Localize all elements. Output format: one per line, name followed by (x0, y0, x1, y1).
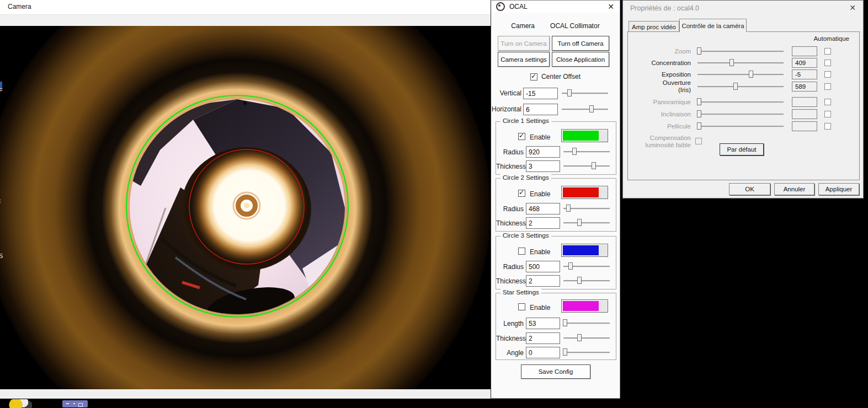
exposition-slider[interactable] (697, 70, 784, 79)
annuler-button[interactable]: Annuler (774, 183, 814, 195)
turn-off-camera-button[interactable]: Turn off Camera (552, 36, 609, 51)
desktop: Camera (0, 0, 868, 408)
star-enable-label: Enable (530, 304, 550, 312)
zoom-value[interactable] (792, 46, 817, 56)
inclinaison-value[interactable] (792, 109, 817, 119)
close-icon[interactable]: ✕ (849, 3, 856, 12)
circle2-group: Circle 2 Settings Enable Radius Thicknes… (496, 178, 616, 232)
circle3-thickness-slider[interactable] (563, 276, 610, 285)
inclinaison-auto-checkbox[interactable] (824, 111, 831, 117)
center-offset-checkbox[interactable] (530, 73, 537, 80)
circle2-radius-slider[interactable] (563, 204, 610, 213)
restore-icon (78, 403, 83, 407)
collimation-image (0, 26, 491, 389)
ocal-titlebar: OCAL ✕ (491, 1, 620, 13)
ouverture-auto-checkbox[interactable] (824, 83, 831, 90)
circle2-color-button[interactable] (561, 186, 608, 199)
zoom-label: Zoom (628, 48, 691, 55)
taskbar-app-icon[interactable] (9, 399, 32, 408)
concentration-auto-checkbox[interactable] (824, 60, 831, 66)
circle1-radius-input[interactable] (526, 146, 560, 158)
circle3-thickness-label: Thickness (496, 277, 524, 285)
panoramique-slider[interactable] (697, 98, 784, 106)
pellicule-value[interactable] (792, 121, 817, 131)
circle2-thickness-input[interactable] (526, 217, 560, 229)
star-angle-input[interactable] (526, 347, 560, 358)
circle1-color-button[interactable] (561, 129, 608, 142)
circle2-enable-checkbox[interactable] (518, 190, 525, 197)
tab-amp-proc-video[interactable]: Amp proc vidéo (629, 21, 679, 32)
tab-camera[interactable]: Camera (511, 22, 535, 30)
panoramique-value[interactable] (792, 97, 817, 107)
exposition-auto-checkbox[interactable] (824, 71, 831, 78)
taskbar-window-button[interactable] (62, 400, 88, 407)
vertical-offset-input[interactable] (523, 88, 558, 99)
horizontal-offset-input[interactable] (523, 104, 558, 115)
appliquer-button[interactable]: Appliquer (818, 183, 859, 195)
circle1-thickness-slider[interactable] (563, 162, 610, 170)
star-enable-checkbox[interactable] (518, 303, 525, 310)
automatique-header: Automatique (813, 35, 849, 42)
compensation-label-line1: Compensation (628, 135, 691, 141)
ouverture-value[interactable]: 589 (792, 82, 817, 92)
concentration-value[interactable]: 409 (792, 58, 817, 68)
par-defaut-button[interactable]: Par défaut (720, 143, 764, 155)
camera-toolbar-strip (0, 15, 491, 26)
close-application-button[interactable]: Close Application (552, 52, 609, 67)
dot-icon (73, 403, 75, 404)
circle1-thickness-label: Thickness (496, 163, 524, 170)
circle3-radius-slider[interactable] (563, 262, 610, 271)
horizontal-label: Horizontal (491, 105, 521, 113)
horizontal-offset-slider[interactable] (562, 105, 608, 114)
circle3-radius-input[interactable] (526, 261, 560, 272)
inclinaison-label: Inclinaison (628, 111, 691, 117)
star-thickness-label: Thickness (496, 335, 524, 342)
panoramique-label: Panoramique (628, 99, 691, 105)
ouverture-slider[interactable] (697, 82, 784, 91)
zoom-auto-checkbox[interactable] (824, 48, 831, 55)
star-thickness-input[interactable] (526, 332, 560, 344)
star-length-input[interactable] (526, 318, 560, 329)
camera-settings-button[interactable]: Camera settings (498, 52, 550, 67)
turn-on-camera-button[interactable]: Turn on Camera (498, 36, 550, 51)
camera-window-title: Camera (8, 3, 31, 10)
star-angle-slider[interactable] (563, 348, 610, 357)
circle2-thickness-label: Thickness (496, 219, 524, 227)
circle2-thickness-slider[interactable] (563, 218, 610, 227)
circle3-thickness-input[interactable] (526, 275, 560, 287)
pellicule-label: Pellicule (628, 123, 691, 130)
vertical-offset-slider[interactable] (562, 89, 608, 98)
concentration-label: Concentration (628, 60, 691, 66)
circle1-radius-slider[interactable] (563, 147, 610, 156)
exposition-value[interactable]: -5 (792, 69, 817, 79)
star-thickness-slider[interactable] (563, 334, 610, 342)
camera-live-view (0, 26, 491, 389)
compensation-checkbox[interactable] (695, 138, 702, 144)
zoom-slider[interactable] (697, 47, 784, 56)
exposition-label: Exposition (628, 71, 691, 78)
tab-ocal-collimator[interactable]: OCAL Collimator (550, 22, 600, 30)
star-color-button[interactable] (561, 299, 608, 313)
circle2-radius-input[interactable] (526, 203, 560, 214)
minimize-icon (66, 403, 69, 404)
save-config-button[interactable]: Save Config (521, 364, 590, 379)
pellicule-slider[interactable] (697, 122, 784, 131)
inclinaison-slider[interactable] (697, 110, 784, 119)
concentration-slider[interactable] (697, 58, 784, 67)
camera-control-tab-page: Automatique Zoom Concentration 409 Expos… (627, 31, 860, 180)
close-icon[interactable]: ✕ (608, 2, 614, 11)
compensation-label-line2: luminosité faible (628, 142, 691, 148)
star-length-slider[interactable] (563, 319, 610, 328)
circle1-thickness-input[interactable] (526, 160, 560, 172)
properties-dialog-title: Propriétés de : ocal4.0 (630, 4, 699, 12)
circle3-color-button[interactable] (561, 244, 608, 257)
tab-controle-camera[interactable]: Contrôle de la caméra (679, 19, 747, 32)
circle3-enable-checkbox[interactable] (518, 248, 525, 255)
pellicule-auto-checkbox[interactable] (824, 123, 831, 130)
circle1-enable-checkbox[interactable] (518, 133, 525, 140)
camera-titlebar: Camera (0, 0, 491, 15)
circle3-group: Circle 3 Settings Enable Radius Thicknes… (496, 236, 616, 289)
panoramique-auto-checkbox[interactable] (824, 99, 831, 105)
ok-button[interactable]: OK (729, 183, 770, 195)
star-angle-label: Angle (496, 349, 524, 357)
